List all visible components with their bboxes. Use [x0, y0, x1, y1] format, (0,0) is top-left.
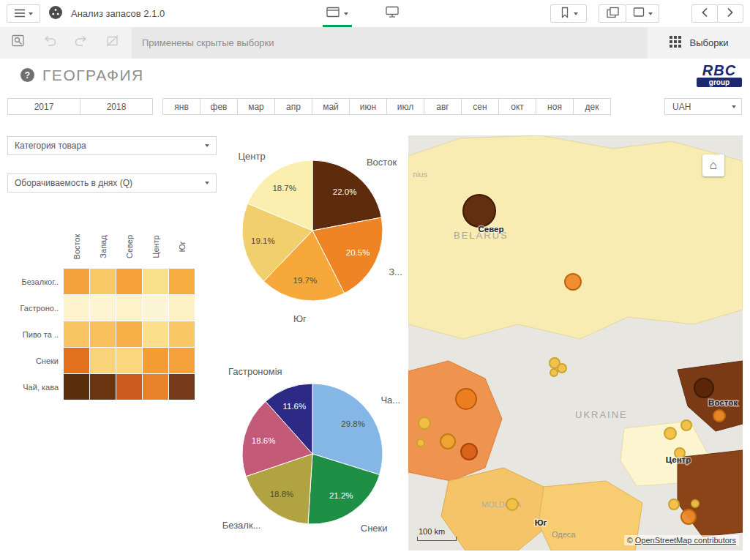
map-panel: BELARUSUKRAINEniusMOLDOVAОдесаСеверСевер… — [408, 135, 743, 550]
pie-percent-label: 20.5% — [346, 248, 370, 257]
main-menu-button[interactable] — [7, 4, 40, 23]
bookmarks-button[interactable] — [550, 4, 587, 23]
heatmap-cell[interactable] — [143, 269, 168, 294]
map-bubble[interactable] — [558, 364, 566, 373]
map-region-label: Восток — [708, 398, 738, 407]
presentation-button[interactable] — [386, 6, 399, 21]
month-button[interactable]: янв — [162, 98, 200, 115]
next-sheet-button[interactable] — [717, 4, 743, 23]
pie-regions: 22.0%Восток20.5%З...19.7%Юг19.1%18.7%Цен… — [220, 141, 407, 326]
map-home-button[interactable]: ⌂ — [702, 154, 724, 176]
month-button[interactable]: окт — [498, 98, 536, 115]
heatmap-cell[interactable] — [116, 269, 142, 294]
heatmap-cell[interactable] — [143, 348, 168, 373]
app-window: Анализ запасов 2.1.0 — [0, 0, 750, 560]
metric-dropdown[interactable]: Оборачиваемость в днях (Q) — [7, 173, 217, 193]
heatmap-cell[interactable] — [64, 295, 89, 321]
undo-icon — [43, 35, 56, 50]
month-button[interactable]: ноя — [536, 98, 574, 115]
step-forward-button[interactable] — [67, 31, 96, 53]
map-bubble[interactable] — [694, 378, 713, 397]
heatmap-cell[interactable] — [169, 348, 195, 373]
heatmap-cell[interactable] — [90, 295, 116, 321]
caret-down-icon — [205, 144, 209, 147]
heatmap-cell[interactable] — [116, 374, 142, 400]
month-button[interactable]: дек — [573, 98, 611, 115]
map-bubble[interactable] — [664, 428, 676, 439]
map-bubble[interactable] — [550, 369, 558, 376]
month-button[interactable]: мар — [237, 98, 275, 115]
map-bubble[interactable] — [461, 444, 477, 460]
category-dropdown[interactable]: Категория товара — [7, 136, 217, 155]
map-bubble[interactable] — [419, 417, 430, 429]
clear-selections-button[interactable] — [98, 31, 127, 53]
month-button[interactable]: авг — [424, 98, 462, 115]
caret-down-icon — [648, 12, 653, 15]
smart-search-button[interactable] — [4, 31, 33, 53]
heatmap-cell[interactable] — [169, 321, 195, 347]
selections-tool-button[interactable]: Выборки — [648, 27, 750, 59]
map-bubble[interactable] — [681, 509, 696, 524]
heatmap-cell[interactable] — [64, 374, 89, 400]
step-back-button[interactable] — [35, 31, 64, 53]
osm-attribution-link[interactable]: OpenStreetMap contributors — [635, 536, 736, 545]
sheet-icon — [326, 7, 340, 21]
month-button[interactable]: июл — [386, 98, 424, 115]
page-title: ГЕОГРАФИЯ — [42, 67, 144, 84]
caret-down-icon — [574, 12, 578, 15]
month-button[interactable]: сен — [461, 98, 499, 115]
heatmap-cell[interactable] — [116, 321, 142, 347]
currency-dropdown[interactable]: UAH — [664, 98, 742, 115]
month-button[interactable]: июн — [349, 98, 387, 115]
heatmap-cell[interactable] — [90, 348, 116, 373]
rbc-group-logo: RBC group — [697, 63, 742, 87]
heatmap-cell[interactable] — [64, 269, 89, 294]
app-icon — [48, 5, 63, 23]
heatmap-cell[interactable] — [143, 321, 168, 347]
heatmap-cell[interactable] — [90, 321, 116, 347]
map-bubble[interactable] — [681, 420, 691, 430]
map-bubble[interactable] — [440, 434, 455, 449]
heatmap-cell[interactable] — [143, 295, 168, 321]
duplicate-view-button[interactable] — [599, 4, 626, 23]
map-bubble[interactable] — [417, 439, 424, 447]
selections-label: Выборки — [690, 37, 729, 48]
map-bubble[interactable] — [506, 499, 518, 510]
map-bubble[interactable] — [713, 410, 725, 422]
month-filter: янвфевмарапрмайиюниюлавгсеноктноядек — [162, 98, 611, 115]
help-icon: ? — [25, 70, 30, 81]
bookmark-icon — [560, 7, 570, 21]
heatmap-cell[interactable] — [169, 269, 195, 294]
help-button[interactable]: ? — [20, 68, 34, 82]
caret-down-icon — [205, 182, 209, 184]
map-bubble[interactable] — [565, 274, 581, 290]
month-button[interactable]: апр — [274, 98, 312, 115]
heatmap-cell[interactable] — [64, 348, 89, 373]
heatmap-cell[interactable] — [90, 269, 116, 294]
heatmap-cell[interactable] — [169, 295, 195, 321]
hidden-selections-notice: Применены скрытые выборки — [132, 27, 648, 59]
map-bubble[interactable] — [669, 499, 679, 509]
year-button[interactable]: 2017 — [7, 98, 80, 115]
month-button[interactable]: фев — [200, 98, 238, 115]
copyright-text: © — [627, 536, 635, 545]
heatmap-cell[interactable] — [116, 348, 142, 373]
heatmap-cell[interactable] — [143, 374, 168, 400]
year-button[interactable]: 2018 — [80, 98, 153, 115]
previous-sheet-button[interactable] — [691, 4, 718, 23]
heatmap-cell[interactable] — [90, 374, 116, 400]
overlapping-windows-icon — [607, 7, 619, 21]
sheet-selector-button[interactable] — [323, 0, 352, 27]
heatmap-cell[interactable] — [64, 321, 89, 347]
caret-down-icon — [29, 12, 33, 15]
view-options-button[interactable] — [626, 4, 659, 23]
heatmap-row-label: Гастроно.. — [7, 295, 63, 321]
heatmap-cell[interactable] — [116, 295, 142, 321]
heatmap-cell[interactable] — [169, 374, 195, 400]
map-region-label: Центр — [666, 455, 691, 464]
logo-text-bottom: group — [697, 78, 742, 87]
month-button[interactable]: май — [312, 98, 350, 115]
map-bubble[interactable] — [456, 389, 476, 409]
map-bubble[interactable] — [691, 500, 699, 507]
map-bubble[interactable] — [463, 195, 495, 227]
